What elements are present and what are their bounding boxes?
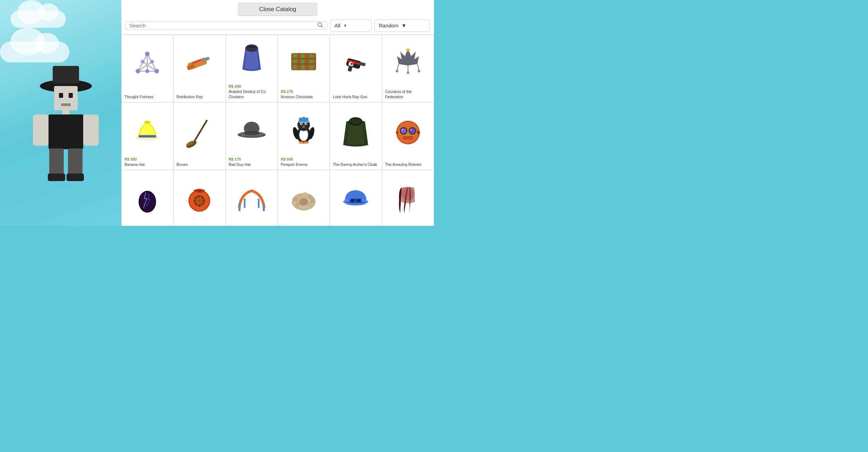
filter-dropdown[interactable]: All ▼ xyxy=(330,19,372,32)
item-info-thought-fortress: Thought Fortress xyxy=(124,92,170,99)
item-image-penguin-enemy xyxy=(281,105,327,155)
svg-rect-8 xyxy=(49,114,83,149)
item-image-braided-destiny xyxy=(229,38,275,82)
svg-point-91 xyxy=(396,129,420,136)
item-image-broom xyxy=(176,105,222,160)
svg-point-94 xyxy=(401,128,406,134)
svg-point-40 xyxy=(293,54,297,58)
filter-chevron-icon: ▼ xyxy=(343,23,347,28)
svg-point-44 xyxy=(301,60,305,63)
catalog-item-daring-archer-cloak[interactable]: The Daring Archer's Cloak xyxy=(330,102,382,170)
header-bottom: All ▼ Random ▼ xyxy=(121,17,434,35)
search-icon xyxy=(317,22,323,28)
svg-line-59 xyxy=(417,64,419,70)
catalog-grid: Thought Fortress Retribution Ray R$ 200B… xyxy=(121,35,434,226)
svg-rect-64 xyxy=(139,135,156,138)
item-price-penguin-enemy: R$ 500 xyxy=(281,157,327,161)
search-icon-button[interactable] xyxy=(317,22,323,29)
item-info-broom: Broom xyxy=(176,160,222,167)
svg-line-66 xyxy=(193,120,207,144)
svg-point-86 xyxy=(299,142,304,144)
catalog-item-lava-helmet[interactable]: Lava Helmet xyxy=(173,170,225,226)
catalog-item-countess-federation[interactable]: Countess of the Federation xyxy=(382,35,434,102)
svg-point-65 xyxy=(144,121,150,124)
catalog-item-retribution-ray[interactable]: Retribution Ray xyxy=(173,35,225,102)
sort-dropdown[interactable]: Random ▼ xyxy=(374,19,430,32)
item-image-bad-guy-hat xyxy=(229,105,275,155)
item-image-track-thing xyxy=(229,173,275,226)
catalog-item-bad-guy-hat[interactable]: R$ 175Bad Guy Hat xyxy=(226,102,278,170)
svg-rect-10 xyxy=(83,114,99,146)
svg-point-134 xyxy=(357,199,361,202)
item-image-amazing-roboto xyxy=(385,105,431,160)
svg-rect-3 xyxy=(54,86,78,110)
catalog-item-penguin-enemy[interactable]: R$ 500Penguin Enemy xyxy=(278,102,330,170)
catalog-item-dark-egg[interactable]: Dark Egg xyxy=(121,170,173,226)
item-info-braided-destiny: R$ 200Braided Destiny of Cú Chulainn xyxy=(229,82,275,99)
svg-rect-5 xyxy=(69,93,73,98)
svg-point-23 xyxy=(145,52,150,57)
svg-point-28 xyxy=(150,60,154,64)
svg-rect-13 xyxy=(48,173,65,181)
item-price-braided-destiny: R$ 200 xyxy=(229,84,275,88)
svg-point-81 xyxy=(301,123,303,125)
item-image-countess-federation xyxy=(385,38,431,87)
item-name-noxious-chocolate: Noxious Chocolate xyxy=(281,94,327,99)
filter-label: All xyxy=(335,23,340,28)
svg-point-96 xyxy=(401,129,403,131)
catalog-item-noxious-chocolate[interactable]: R$ 275Noxious Chocolate xyxy=(278,35,330,102)
catalog-item-banana-hat[interactable]: R$ 300Banana Hat xyxy=(121,102,173,170)
svg-point-43 xyxy=(293,60,297,63)
svg-point-123 xyxy=(302,193,309,199)
svg-point-100 xyxy=(396,131,399,134)
item-price-bad-guy-hat: R$ 175 xyxy=(229,157,275,161)
header-top: Close Catalog xyxy=(121,0,434,17)
item-image-thought-fortress xyxy=(124,38,170,92)
close-catalog-button[interactable]: Close Catalog xyxy=(238,3,318,16)
svg-point-104 xyxy=(140,192,155,212)
svg-point-41 xyxy=(301,54,305,58)
item-name-retribution-ray: Retribution Ray xyxy=(176,94,222,99)
svg-rect-6 xyxy=(61,103,71,106)
catalog-item-braided-destiny[interactable]: R$ 200Braided Destiny of Cú Chulainn xyxy=(226,35,278,102)
item-image-lava-helmet xyxy=(176,173,222,226)
sort-chevron-icon: ▼ xyxy=(401,23,407,28)
svg-rect-77 xyxy=(298,121,309,123)
svg-point-26 xyxy=(146,69,149,73)
svg-point-78 xyxy=(303,117,304,119)
catalog-item-broom[interactable]: Broom xyxy=(173,102,225,170)
item-price-banana-hat: R$ 300 xyxy=(124,157,170,161)
svg-point-95 xyxy=(409,128,415,134)
item-image-retribution-ray xyxy=(176,38,222,92)
svg-point-24 xyxy=(136,69,140,74)
character-area xyxy=(0,21,132,215)
svg-point-82 xyxy=(306,123,307,125)
catalog-item-track-thing[interactable]: Track Item xyxy=(226,170,278,226)
svg-rect-14 xyxy=(67,173,84,181)
item-info-noxious-chocolate: R$ 275Noxious Chocolate xyxy=(281,87,327,99)
item-name-banana-hat: Banana Hat xyxy=(124,162,170,167)
item-info-banana-hat: R$ 300Banana Hat xyxy=(124,155,170,167)
svg-point-133 xyxy=(351,199,354,202)
svg-point-48 xyxy=(310,65,313,69)
item-info-penguin-enemy: R$ 500Penguin Enemy xyxy=(281,155,327,167)
svg-rect-118 xyxy=(258,199,260,208)
item-name-countess-federation: Countess of the Federation xyxy=(385,89,431,99)
catalog-item-amazing-roboto[interactable]: The Amazing Roboto! xyxy=(382,102,434,170)
catalog-item-red-hair[interactable]: Red Hair xyxy=(382,170,434,226)
item-info-daring-archer-cloak: The Daring Archer's Cloak xyxy=(333,160,379,167)
catalog-item-fur-collar[interactable]: Fur Collar xyxy=(278,170,330,226)
svg-rect-114 xyxy=(198,189,201,192)
catalog-item-blue-helmet[interactable]: Blue Helmet xyxy=(330,170,382,226)
search-container xyxy=(125,22,327,30)
item-image-blue-helmet xyxy=(333,173,379,226)
svg-point-47 xyxy=(301,65,305,69)
catalog-item-love-hurts-ray-gun[interactable]: Love Hurts Ray Gun xyxy=(330,35,382,102)
svg-point-129 xyxy=(300,198,308,206)
svg-point-97 xyxy=(410,129,412,131)
svg-rect-4 xyxy=(59,93,63,98)
item-image-dark-egg xyxy=(124,173,170,226)
search-input[interactable] xyxy=(129,23,314,28)
catalog-item-thought-fortress[interactable]: Thought Fortress xyxy=(121,35,173,102)
item-price-noxious-chocolate: R$ 275 xyxy=(281,89,327,94)
